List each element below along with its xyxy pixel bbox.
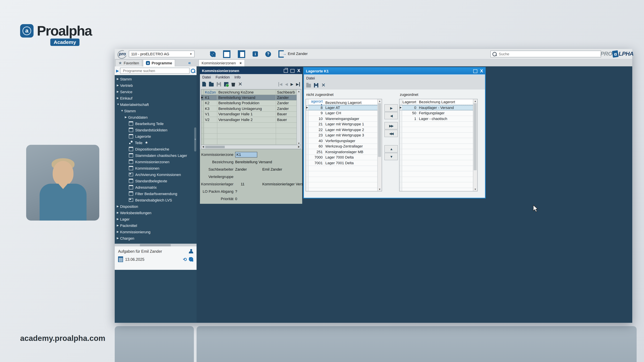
kommiss-table-vscrollbar[interactable]: ▲▼ bbox=[296, 89, 301, 145]
scroll-down-icon[interactable]: ▼ bbox=[474, 188, 476, 190]
sidebar-item-kommissionierzonen[interactable]: Kommissionierzonen bbox=[115, 159, 194, 165]
next-record-icon[interactable]: ▶ bbox=[290, 82, 293, 86]
table-row[interactable]: K3Bereitstellung UmlagerungZander bbox=[201, 106, 301, 111]
sidebar-item-chargen[interactable]: ▶Chargen bbox=[115, 235, 194, 241]
list-row[interactable]: 60Werkzeug-Zentrallager bbox=[306, 144, 382, 149]
list-row[interactable]: 7001Lager 7001 Delta bbox=[306, 160, 382, 166]
list-vertical-scrollbar[interactable]: ▲▼ bbox=[377, 99, 382, 191]
tab-programme[interactable]: a Programme bbox=[143, 59, 175, 66]
remove-x-icon[interactable]: ✕ bbox=[238, 82, 242, 86]
sidebar-item-dispositionsbereiche[interactable]: Dispositionsbereiche bbox=[115, 146, 194, 152]
list-row[interactable]: 50Fertigungslager bbox=[400, 110, 477, 116]
window-icon[interactable] bbox=[223, 50, 230, 58]
sidebar-item-stammdaten-chaotisches-lager[interactable]: Stammdaten chaotisches Lager bbox=[115, 152, 194, 159]
list-row[interactable]: 22Lager mit Wertgruppe 2 bbox=[306, 127, 382, 133]
menu-item-info[interactable]: Info bbox=[234, 75, 241, 79]
list-scroll-thumb[interactable] bbox=[474, 103, 477, 170]
row-selector[interactable] bbox=[306, 144, 308, 149]
row-selector[interactable] bbox=[306, 133, 308, 138]
save-refresh-icon[interactable] bbox=[224, 82, 228, 86]
list-row[interactable]: 21Lager mit Wertgruppe 1 bbox=[306, 121, 382, 127]
settings-gear-icon[interactable] bbox=[210, 51, 216, 57]
close-window-icon[interactable]: X bbox=[297, 69, 300, 73]
kommiss-titlebar[interactable]: Kommissionierzonen X bbox=[200, 67, 302, 74]
table-row[interactable]: V2Versandlager Halle 2Bauer bbox=[201, 117, 301, 122]
window-layout-icon[interactable] bbox=[238, 50, 245, 58]
sidebar-item-adressmatrix[interactable]: Adressmatrix bbox=[115, 184, 194, 190]
column-header-lagerort[interactable]: Lagerort bbox=[402, 100, 418, 104]
calendar-icon[interactable] bbox=[118, 256, 123, 262]
kommiss-hscroll-thumb[interactable] bbox=[205, 146, 225, 148]
tree-scroll-thumb[interactable]: ≡ bbox=[194, 127, 196, 151]
first-record-icon[interactable]: ◀ bbox=[278, 82, 282, 86]
programme-search-box[interactable] bbox=[120, 68, 190, 74]
lager-titlebar[interactable]: Lagerorte K1 X bbox=[304, 68, 485, 74]
refresh-icon[interactable]: ⟲ bbox=[183, 258, 187, 261]
previous-record-icon[interactable]: ◀ bbox=[285, 82, 288, 86]
transfer-button-move-down[interactable]: ▼ bbox=[384, 153, 398, 160]
transfer-button-move-up[interactable]: ▲ bbox=[384, 145, 398, 152]
sidebar-item-materialwirtschaft[interactable]: ▼Materialwirtschaft bbox=[115, 101, 194, 108]
scroll-down-icon[interactable]: ▼ bbox=[378, 188, 381, 190]
list-row[interactable]: 7000Lager 7000 Delta bbox=[306, 155, 382, 160]
save-icon[interactable] bbox=[314, 83, 318, 87]
row-selector[interactable]: ▸ bbox=[400, 105, 402, 110]
help-icon[interactable]: ? bbox=[265, 51, 271, 57]
transfer-button-move-left[interactable]: ◀ bbox=[384, 112, 398, 119]
list-row[interactable]: ▸8Lager AT bbox=[306, 105, 382, 110]
row-selector[interactable]: ▸ bbox=[201, 95, 204, 100]
row-selector[interactable] bbox=[201, 100, 204, 106]
tab-favoriten[interactable]: ★ Favoriten bbox=[116, 59, 142, 66]
maximize-window-icon[interactable] bbox=[291, 69, 295, 72]
row-selector[interactable] bbox=[306, 138, 308, 143]
company-select[interactable]: 110 - proELECTRO AG ▼ bbox=[129, 51, 194, 57]
transfer-button-move-all-left[interactable]: ◀◀ bbox=[384, 130, 398, 137]
list-row[interactable]: 10Wareneingangslager bbox=[306, 116, 382, 121]
close-x-icon[interactable]: ✕ bbox=[321, 83, 326, 87]
person-icon[interactable] bbox=[189, 249, 193, 253]
programme-search-icon[interactable] bbox=[191, 68, 195, 73]
row-selector[interactable] bbox=[201, 117, 204, 122]
transfer-button-move-all-right[interactable]: ▶▶ bbox=[384, 122, 398, 129]
sidebar-item-stamm[interactable]: ▼Stamm bbox=[115, 108, 194, 114]
kommiss-table-hscrollbar[interactable]: ◀▶ bbox=[201, 145, 301, 149]
restore-window-icon[interactable] bbox=[284, 69, 288, 72]
sidebar-item-werksbestellungen[interactable]: ▶Werksbestellungen bbox=[115, 210, 194, 216]
row-selector[interactable] bbox=[306, 155, 308, 160]
menu-item-funktion[interactable]: Funktion bbox=[216, 75, 230, 79]
menu-item-datei[interactable]: Datei bbox=[202, 75, 211, 79]
column-header-kozon[interactable]: KoZon▲ bbox=[204, 89, 217, 94]
sidebar-item-standardst-cklisten[interactable]: Standardstücklisten bbox=[115, 127, 194, 133]
table-row[interactable]: K2Bereitstellung ProduktionZander bbox=[201, 100, 301, 106]
list-row[interactable]: 40Vorfertigungslager bbox=[306, 138, 382, 144]
list-scroll-thumb[interactable] bbox=[378, 103, 381, 157]
open-folder-icon[interactable] bbox=[209, 83, 214, 86]
close-tab-icon[interactable]: × bbox=[240, 61, 242, 65]
column-header-bezeichnung[interactable]: Bezeichnung KoZone bbox=[217, 89, 276, 94]
list-vertical-scrollbar[interactable]: ▲▼ bbox=[473, 99, 477, 191]
sidebar-item-grunddaten[interactable]: ▶Grunddaten bbox=[115, 114, 194, 120]
sidebar-item-teile[interactable]: Teile★ bbox=[115, 139, 194, 146]
column-header-bezeichnung[interactable]: Bezeichnung Lagerort bbox=[324, 100, 382, 104]
column-header-sachbearb[interactable]: Sachbearb bbox=[276, 89, 297, 94]
list-row[interactable]: ▸0Hauptlager - Versand bbox=[400, 105, 477, 110]
row-selector[interactable] bbox=[306, 121, 308, 127]
sidebar-item-vertrieb[interactable]: ▶Vertrieb bbox=[115, 82, 194, 88]
list-row[interactable]: 251Konsignationslager MB bbox=[306, 149, 382, 155]
sidebar-item-archivierung-kommissionen[interactable]: Archivierung Kommissionen bbox=[115, 171, 194, 178]
menu-item-datei[interactable]: Datei bbox=[306, 76, 315, 80]
sidebar-item-bearbeitung-teile[interactable]: Bearbeitung Teile bbox=[115, 120, 194, 127]
row-selector[interactable] bbox=[306, 116, 308, 121]
collapse-sidebar-icon[interactable]: « bbox=[188, 60, 191, 65]
sidebar-item-standardbelegtexte[interactable]: Standardbelegtexte bbox=[115, 178, 194, 184]
last-record-icon[interactable]: ▶ bbox=[296, 82, 300, 86]
global-search-input[interactable] bbox=[498, 52, 599, 56]
scroll-up-icon[interactable]: ▲ bbox=[378, 100, 381, 102]
sidebar-item-disposition[interactable]: ▶Disposition bbox=[115, 203, 194, 210]
sidebar-run-arrow-icon[interactable]: ▶ bbox=[116, 68, 119, 73]
row-selector[interactable] bbox=[306, 110, 308, 116]
save-icon[interactable] bbox=[217, 82, 221, 86]
column-header-bezeichnung[interactable]: Bezeichnung Lagerort bbox=[418, 100, 477, 104]
sidebar-item-bestandsabgleich-lvs[interactable]: Bestandsabgleich LVS bbox=[115, 197, 194, 203]
sidebar-item-kommissionen[interactable]: Kommissionen bbox=[115, 165, 194, 171]
